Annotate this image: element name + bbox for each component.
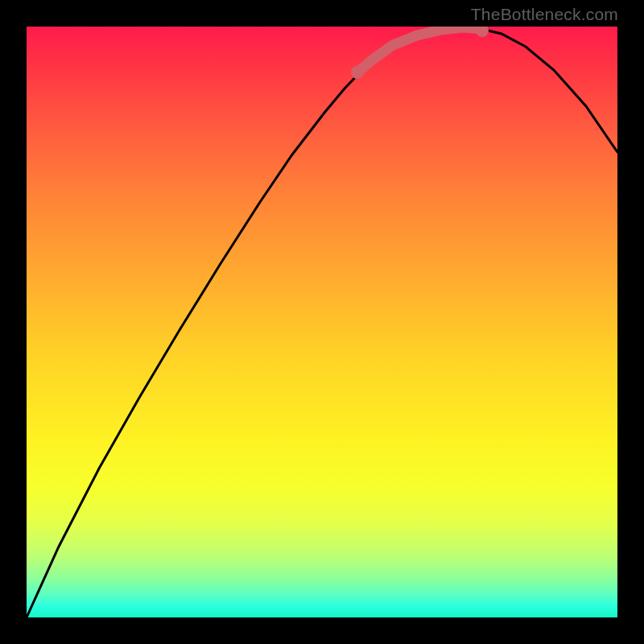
- chart-frame: TheBottleneck.com: [0, 0, 644, 644]
- marker-highlight-end: [476, 27, 489, 37]
- plot-area: [27, 27, 617, 617]
- watermark-text: TheBottleneck.com: [471, 5, 618, 24]
- curve-layer: [27, 27, 617, 617]
- highlight-segment: [357, 27, 482, 72]
- marker-highlight-start: [351, 66, 364, 79]
- bottleneck-curve: [27, 27, 617, 617]
